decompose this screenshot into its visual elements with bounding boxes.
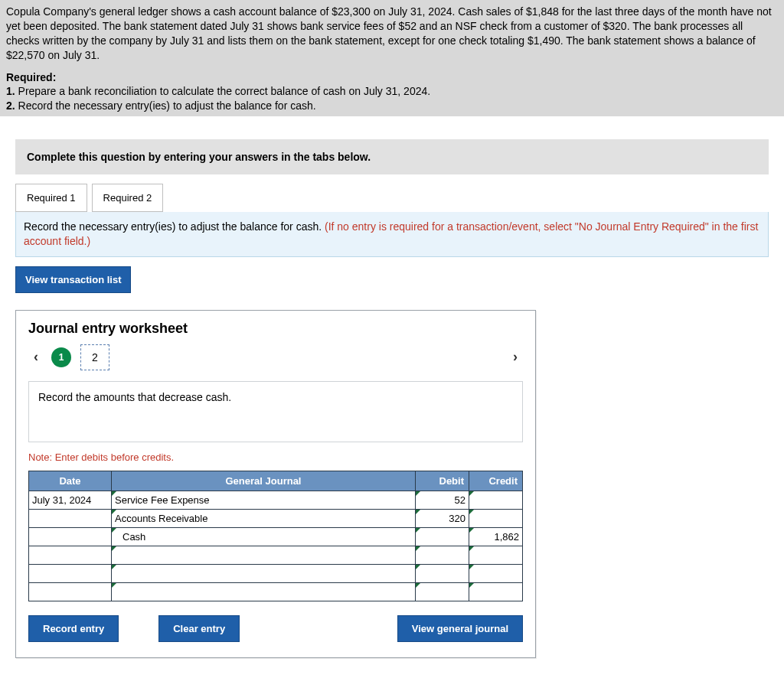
table-row: Cash1,862 [29,527,523,546]
view-general-journal-button[interactable]: View general journal [397,615,523,642]
pager-next-button[interactable]: › [505,349,526,365]
credit-cell[interactable] [469,582,523,601]
debit-cell[interactable] [416,546,469,564]
worksheet-title: Journal entry worksheet [16,311,535,340]
record-entry-button[interactable]: Record entry [28,615,119,642]
table-header-row: Date General Journal Debit Credit [29,471,523,491]
table-row [29,546,523,564]
credit-cell[interactable] [469,564,523,582]
required-heading: Required: [6,70,778,85]
table-row [29,564,523,582]
clear-entry-button[interactable]: Clear entry [158,615,240,642]
credit-cell[interactable] [469,491,523,509]
col-debit-header: Debit [416,471,469,491]
account-cell[interactable] [112,582,416,601]
required-item-1: 1. Prepare a bank reconciliation to calc… [6,84,778,99]
pager-step-2[interactable]: 2 [80,344,109,370]
date-cell[interactable] [29,582,112,601]
credit-cell[interactable] [469,546,523,564]
pager-step-1[interactable]: 1 [51,347,71,367]
date-cell[interactable]: July 31, 2024 [29,491,112,509]
view-transaction-list-button[interactable]: View transaction list [15,266,131,293]
journal-entry-worksheet: Journal entry worksheet ‹ 1 2 › Record t… [15,310,536,658]
col-credit-header: Credit [469,471,523,491]
date-cell[interactable] [29,564,112,582]
tab-instruction-banner: Record the necessary entry(ies) to adjus… [15,212,769,257]
required-item-2: 2. Record the necessary entry(ies) to ad… [6,99,778,113]
credit-cell[interactable]: 1,862 [469,527,523,546]
tab-required-1[interactable]: Required 1 [15,184,87,212]
account-cell[interactable] [112,564,416,582]
banner-text: Record the necessary entry(ies) to adjus… [24,220,325,233]
complete-instruction: Complete this question by entering your … [15,139,769,174]
debit-cell[interactable] [416,564,469,582]
debit-cell[interactable] [416,527,469,546]
worksheet-actions: Record entry Clear entry View general jo… [28,615,523,642]
pager-prev-button[interactable]: ‹ [25,349,47,365]
table-row: Accounts Receivable320 [29,509,523,527]
debit-cell[interactable]: 52 [416,491,469,509]
col-general-journal-header: General Journal [112,471,416,491]
worksheet-pager: ‹ 1 2 › [16,340,535,380]
journal-entry-table: Date General Journal Debit Credit July 3… [28,471,523,601]
problem-paragraph: Copula Company's general ledger shows a … [6,5,778,63]
table-row [29,582,523,601]
col-date-header: Date [29,471,112,491]
table-row: July 31, 2024Service Fee Expense52 [29,491,523,509]
debit-cell[interactable] [416,582,469,601]
account-cell[interactable]: Service Fee Expense [112,491,416,509]
credit-cell[interactable] [469,509,523,527]
account-cell[interactable]: Cash [112,527,416,546]
tabs: Required 1 Required 2 [15,184,784,212]
account-cell[interactable] [112,546,416,564]
account-cell[interactable]: Accounts Receivable [112,509,416,527]
date-cell[interactable] [29,527,112,546]
problem-statement: Copula Company's general ledger shows a … [0,0,784,116]
entry-instruction: Record the amounts that decrease cash. [28,381,523,442]
required-list: 1. Prepare a bank reconciliation to calc… [6,84,778,113]
debit-cell[interactable]: 320 [416,509,469,527]
debits-before-credits-note: Note: Enter debits before credits. [28,451,523,463]
tab-required-2[interactable]: Required 2 [92,184,164,212]
date-cell[interactable] [29,509,112,527]
date-cell[interactable] [29,546,112,564]
